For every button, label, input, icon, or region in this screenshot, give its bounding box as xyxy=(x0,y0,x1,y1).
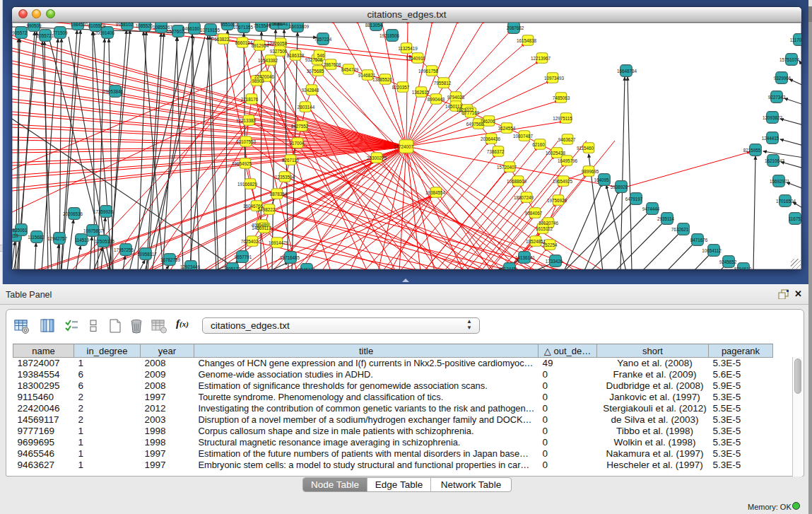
svg-text:7625402: 7625402 xyxy=(241,239,259,244)
svg-text:11170: 11170 xyxy=(790,37,801,42)
svg-text:9899695: 9899695 xyxy=(582,169,599,174)
svg-text:5938928: 5938928 xyxy=(611,185,628,189)
svg-text:10543382: 10543382 xyxy=(258,58,278,63)
svg-text:114519: 114519 xyxy=(75,238,90,243)
svg-text:12213967: 12213967 xyxy=(531,56,551,61)
svg-text:15716485: 15716485 xyxy=(280,255,300,260)
svg-text:14136141: 14136141 xyxy=(515,255,536,260)
svg-text:8267110: 8267110 xyxy=(282,158,300,163)
svg-text:16495796: 16495796 xyxy=(558,158,578,163)
svg-text:16033809: 16033809 xyxy=(289,24,310,29)
svg-text:116753: 116753 xyxy=(789,216,801,221)
svg-text:19654925: 19654925 xyxy=(553,179,573,184)
svg-text:9777169: 9777169 xyxy=(462,110,480,115)
svg-text:2803144: 2803144 xyxy=(298,105,315,110)
svg-text:20364436: 20364436 xyxy=(481,136,501,141)
svg-text:1733426: 1733426 xyxy=(546,259,563,264)
svg-text:12226058: 12226058 xyxy=(267,41,288,46)
svg-text:8471676: 8471676 xyxy=(690,238,708,243)
svg-text:8660124: 8660124 xyxy=(235,40,253,45)
svg-text:10107553: 10107553 xyxy=(236,139,257,144)
svg-text:1115682: 1115682 xyxy=(28,235,45,240)
svg-text:9242848: 9242848 xyxy=(302,88,319,93)
svg-text:7386372: 7386372 xyxy=(487,149,505,154)
svg-text:9474444: 9474444 xyxy=(642,206,660,211)
svg-text:9463627: 9463627 xyxy=(558,137,576,142)
svg-text:6466160: 6466160 xyxy=(182,26,200,31)
svg-text:9327508: 9327508 xyxy=(305,57,323,62)
svg-text:10120746: 10120746 xyxy=(539,221,559,226)
svg-text:1615112: 1615112 xyxy=(536,226,553,231)
svg-text:17957255: 17957255 xyxy=(114,247,134,252)
svg-text:1450112: 1450112 xyxy=(445,104,463,109)
svg-text:8186328: 8186328 xyxy=(287,53,305,58)
svg-text:8105509: 8105509 xyxy=(88,23,106,28)
svg-text:10975867: 10975867 xyxy=(83,228,104,233)
svg-text:2935114: 2935114 xyxy=(657,216,675,221)
svg-text:5498222: 5498222 xyxy=(258,207,276,212)
svg-text:20206536: 20206536 xyxy=(63,211,83,216)
svg-text:14569117: 14569117 xyxy=(252,226,271,230)
svg-text:6479197: 6479197 xyxy=(625,197,643,201)
svg-text:9958102: 9958102 xyxy=(116,23,134,27)
svg-text:10688609: 10688609 xyxy=(507,179,527,184)
svg-text:12942757: 12942757 xyxy=(47,236,68,241)
svg-text:8794610: 8794610 xyxy=(734,267,752,270)
svg-text:7357224: 7357224 xyxy=(314,37,332,42)
svg-text:16914479: 16914479 xyxy=(269,240,289,245)
svg-text:19384554: 19384554 xyxy=(425,190,446,195)
svg-text:3624554: 3624554 xyxy=(498,126,516,131)
svg-text:12213383: 12213383 xyxy=(236,118,257,123)
svg-text:9329966: 9329966 xyxy=(774,76,792,81)
svg-text:8846101: 8846101 xyxy=(298,267,316,270)
svg-text:917004: 917004 xyxy=(289,141,305,146)
svg-text:12923446: 12923446 xyxy=(180,264,201,269)
svg-text:8454749: 8454749 xyxy=(341,67,359,72)
svg-text:9012445: 9012445 xyxy=(499,267,517,270)
svg-text:17016504: 17016504 xyxy=(776,199,796,204)
svg-text:8427552: 8427552 xyxy=(291,124,309,129)
svg-text:8220357: 8220357 xyxy=(392,85,410,90)
svg-text:2055721: 2055721 xyxy=(37,33,54,38)
svg-text:10807487: 10807487 xyxy=(513,134,534,139)
svg-text:9115460: 9115460 xyxy=(577,146,594,151)
svg-text:3675685: 3675685 xyxy=(307,69,324,74)
svg-text:16648784: 16648784 xyxy=(617,69,637,74)
svg-text:9657791: 9657791 xyxy=(235,255,252,259)
svg-text:2718176: 2718176 xyxy=(241,97,259,102)
svg-text:2867608: 2867608 xyxy=(324,62,341,67)
svg-text:10025438: 10025438 xyxy=(546,151,566,156)
svg-text:12975115: 12975115 xyxy=(553,116,572,121)
svg-text:16782759: 16782759 xyxy=(160,257,181,262)
svg-text:8813054: 8813054 xyxy=(365,23,383,28)
svg-text:9245652: 9245652 xyxy=(719,259,737,264)
svg-text:98903: 98903 xyxy=(252,78,264,83)
svg-text:15692971: 15692971 xyxy=(770,179,790,184)
svg-text:10973493: 10973493 xyxy=(544,76,565,81)
svg-text:164095: 164095 xyxy=(594,177,609,182)
svg-text:18724007: 18724007 xyxy=(394,144,414,149)
svg-text:62160: 62160 xyxy=(532,142,545,147)
svg-text:25300275: 25300275 xyxy=(367,156,387,160)
svg-text:7632621: 7632621 xyxy=(671,227,689,232)
svg-text:12505135: 12505135 xyxy=(95,239,115,244)
svg-text:546: 546 xyxy=(317,53,325,58)
svg-text:12093822: 12093822 xyxy=(763,115,783,120)
svg-text:835061: 835061 xyxy=(12,228,28,233)
svg-text:990509: 990509 xyxy=(26,23,42,28)
svg-text:39159: 39159 xyxy=(12,233,18,238)
svg-text:10961758: 10961758 xyxy=(418,69,439,74)
svg-text:905173: 905173 xyxy=(225,267,241,270)
svg-text:252254: 252254 xyxy=(542,243,558,247)
svg-text:19166829: 19166829 xyxy=(237,182,258,187)
svg-text:11325419: 11325419 xyxy=(398,46,418,51)
svg-text:29053846: 29053846 xyxy=(103,89,124,94)
svg-text:12353594: 12353594 xyxy=(275,175,295,180)
svg-text:7663822: 7663822 xyxy=(212,37,230,42)
svg-text:15751074: 15751074 xyxy=(779,57,800,62)
svg-text:1905572: 1905572 xyxy=(12,30,28,35)
svg-text:1244415: 1244415 xyxy=(762,136,779,141)
svg-text:10719155: 10719155 xyxy=(200,28,220,33)
svg-text:18807249: 18807249 xyxy=(514,195,534,200)
svg-text:908141: 908141 xyxy=(273,23,288,26)
